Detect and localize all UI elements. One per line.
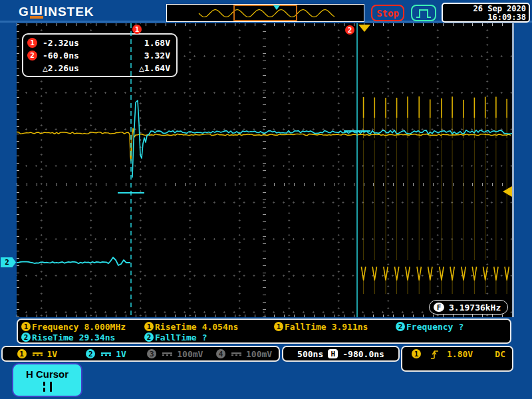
cursor2-volt: 3.32V: [104, 51, 170, 61]
ch2-status[interactable]: 2 1V: [72, 349, 141, 359]
cursor1-time: -2.32us: [43, 38, 104, 48]
cursor-readout-panel: 1 -2.32us 1.68V 2 -60.0ns 3.32V △2.26us …: [22, 33, 178, 77]
ch4-scale: 100mV: [246, 349, 272, 359]
measurement-ch1-frequency: 1 Frequency 8.000MHz: [21, 321, 126, 332]
ch2-ground-marker[interactable]: 2: [1, 257, 16, 267]
ch1-badge: 1: [144, 322, 154, 331]
trigger-position-marker-icon[interactable]: [358, 25, 370, 32]
trigger-mode-badge: [411, 5, 436, 21]
measurement-label: FallTime: [155, 332, 197, 342]
measurement-ch1-risetime: 1 RiseTime 4.054ns: [144, 321, 238, 332]
cursor2-badge: 2: [27, 51, 37, 61]
measurement-value: 3.911ns: [332, 322, 368, 332]
ch3-coupling-icon: [162, 352, 172, 356]
h-cursor-label: H Cursor: [13, 368, 81, 380]
timebase-status[interactable]: 500ns H -980.0ns: [282, 346, 400, 362]
ch4-badge: 4: [216, 349, 225, 358]
channel-status-bar: 1 1V 2 1V 3 100mV 4 100mV: [1, 346, 280, 362]
trigger-status[interactable]: 1 1.80V DC: [401, 346, 513, 372]
ch1-status[interactable]: 1 1V: [3, 349, 72, 359]
logo-rest: INSTEK: [44, 5, 94, 19]
trigger-level-value: 1.80V: [447, 349, 473, 359]
timebase-position: -980.0ns: [342, 349, 384, 359]
measurement-ch2-frequency: 2 Frequency ?: [396, 321, 464, 332]
gwinstek-logo: GШINSTEK: [19, 5, 94, 19]
measurement-value: 4.054ns: [202, 322, 239, 332]
graticule-ticks-left: [17, 23, 19, 317]
ch2-coupling-icon: [101, 352, 111, 356]
frequency-counter-value: 3.19736kHz: [449, 303, 501, 313]
measurement-ch2-risetime: 2 RiseTime 29.34ns: [21, 332, 115, 342]
ch3-status[interactable]: 3 100mV: [141, 349, 210, 359]
rising-edge-icon: [430, 349, 439, 360]
measurement-label: FallTime: [285, 322, 327, 332]
cursor-delta-time: △2.26us: [43, 63, 104, 73]
acquisition-preview-bar: [166, 4, 364, 22]
ch2-scale: 1V: [116, 349, 126, 359]
ch1-badge: 1: [17, 349, 27, 358]
cursor2-readout: 2 -60.0ns 3.32V: [27, 49, 176, 62]
measurement-value: ?: [458, 322, 464, 332]
measurement-label: Frequency: [32, 322, 78, 332]
measurement-label: Frequency: [406, 322, 453, 332]
datetime-display: 26 Sep 2020 16:09:38: [442, 3, 530, 23]
cursor1-position-marker[interactable]: 1: [132, 25, 142, 34]
ch2-badge: 2: [21, 332, 31, 342]
h-cursor-menu-button[interactable]: H Cursor: [12, 363, 82, 397]
h-cursor-icon: [13, 382, 81, 392]
measurement-panel: 1 Frequency 8.000MHz 1 RiseTime 4.054ns …: [17, 319, 511, 344]
waveform-display: 1 -2.32us 1.68V 2 -60.0ns 3.32V △2.26us …: [17, 23, 512, 317]
measurement-value: 29.34ns: [79, 332, 116, 342]
ch2-badge: 2: [86, 349, 95, 358]
preview-trigger-marker-icon: [273, 5, 280, 10]
cursor2-position-marker[interactable]: 2: [345, 25, 354, 35]
measurement-value: 8.000MHz: [84, 322, 126, 332]
ch2-badge: 2: [396, 322, 405, 331]
ch1-scale: 1V: [47, 349, 58, 359]
trigger-coupling: DC: [495, 349, 505, 359]
trigger-level-marker-icon[interactable]: [503, 186, 512, 197]
pulse-icon: [414, 7, 433, 19]
cursor1-readout: 1 -2.32us 1.68V: [27, 37, 176, 49]
measurement-ch1-falltime: 1 FallTime 3.911ns: [274, 321, 368, 332]
cursor-delta-readout: △2.26us △1.64V: [27, 62, 176, 74]
measurement-ch2-falltime: 2 FallTime ?: [144, 332, 207, 342]
plot-right-edge-strip: [512, 23, 514, 317]
ch1-badge: 1: [274, 322, 283, 331]
measurement-label: RiseTime: [155, 322, 197, 332]
trigger-source-badge: 1: [412, 349, 421, 358]
ch2-badge: 2: [144, 332, 154, 342]
ch4-coupling-icon: [231, 352, 241, 356]
cursor-delta-volt: △1.64V: [104, 63, 170, 73]
ch3-scale: 100mV: [177, 349, 203, 359]
ch1-coupling-icon: [33, 352, 43, 356]
cursor1-badge: 1: [27, 38, 37, 48]
stop-status-badge: Stop: [371, 5, 404, 21]
frequency-counter: F 3.19736kHz: [429, 300, 508, 315]
cursor-delta-badge: [27, 63, 37, 73]
graticule-center-vaxis: [263, 23, 266, 317]
cursor2-time: -60.0ns: [43, 51, 104, 61]
horizontal-badge: H: [328, 349, 338, 358]
timebase-scale: 500ns: [297, 349, 323, 359]
time-text: 16:09:38: [443, 13, 526, 22]
logo-w: Ш: [30, 5, 43, 19]
ch4-status[interactable]: 4 100mV: [209, 349, 279, 359]
ch3-badge: 3: [147, 349, 156, 358]
preview-window-box: [233, 5, 297, 21]
measurement-label: RiseTime: [32, 332, 74, 342]
frequency-counter-badge: F: [434, 303, 444, 312]
measurement-value: ?: [202, 332, 207, 342]
cursor1-volt: 1.68V: [104, 38, 170, 48]
ch1-badge: 1: [21, 322, 31, 331]
logo-g: G: [19, 5, 29, 19]
